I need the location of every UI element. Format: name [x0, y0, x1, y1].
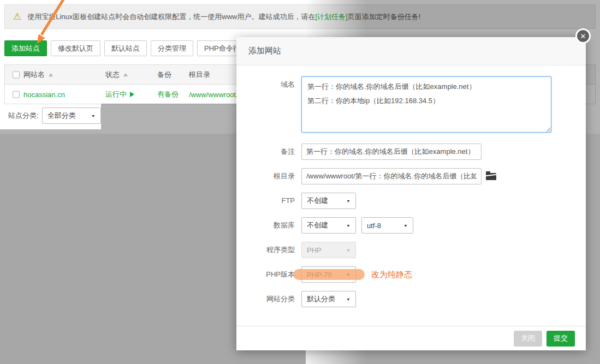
header-backup: 备份	[157, 70, 171, 80]
site-name-link[interactable]: hocassian.cn	[23, 90, 65, 98]
charset-select[interactable]: utf-8▼	[361, 217, 413, 234]
site-category-label: 网站分类	[236, 291, 295, 307]
chevron-down-icon: ▼	[346, 297, 351, 301]
edit-default-page-button[interactable]: 修改默认页	[51, 40, 100, 56]
page: ⚠ 使用宝塔Linux面板创建站点时会自动创建权限配置，统一使用www用户。建站…	[0, 0, 600, 364]
status-running[interactable]: 运行中	[105, 89, 134, 99]
php-version-select[interactable]: PHP-70▼	[301, 266, 356, 283]
header-status[interactable]: 状态	[105, 70, 128, 80]
root-dir-label: 根目录	[236, 168, 295, 184]
category-manage-button[interactable]: 分类管理	[151, 40, 193, 56]
root-dir-input[interactable]	[301, 168, 482, 184]
modal-title: 添加网站	[236, 37, 586, 65]
row-checkbox[interactable]	[13, 91, 20, 98]
warning-icon: ⚠	[13, 12, 21, 21]
sort-asc-icon[interactable]	[123, 73, 128, 76]
chevron-down-icon: ▼	[403, 223, 408, 228]
scheduled-task-link[interactable]: [计划任务]	[316, 12, 348, 22]
warning-text: 使用宝塔Linux面板创建站点时会自动创建权限配置，统一使用www用户。建站成功…	[27, 12, 315, 22]
domain-textarea[interactable]: 第一行：你的域名.你的域名后缀（比如example.net） 第二行：你的本地i…	[301, 76, 551, 133]
header-site-name[interactable]: 网站名	[23, 70, 53, 80]
close-button[interactable]: 关闭	[514, 331, 542, 347]
category-filter: 站点分类: 全部分类▼	[4, 108, 101, 124]
ftp-label: FTP	[236, 193, 295, 209]
play-icon	[130, 92, 134, 97]
ftp-select[interactable]: 不创建▼	[301, 193, 356, 209]
chevron-down-icon: ▼	[346, 272, 351, 277]
chevron-down-icon: ▼	[346, 199, 351, 203]
submit-button[interactable]: 提交	[546, 331, 575, 347]
php-version-annotation: 改为纯静态	[371, 270, 412, 280]
modal-footer: 关闭 提交	[236, 326, 586, 350]
program-type-label: 程序类型	[236, 242, 295, 258]
database-select[interactable]: 不创建▼	[301, 217, 356, 234]
toolbar: 添加站点 修改默认页 默认站点 分类管理 PHP命令行版本	[4, 40, 262, 56]
warning-banner: ⚠ 使用宝塔Linux面板创建站点时会自动创建权限配置，统一使用www用户。建站…	[4, 4, 596, 29]
add-site-button[interactable]: 添加站点	[4, 40, 47, 56]
sort-asc-icon[interactable]	[49, 73, 53, 76]
add-website-modal: ✕ 添加网站 域名 第一行：你的域名.你的域名后缀（比如example.net）…	[236, 37, 586, 350]
header-root-dir: 根目录	[189, 70, 210, 80]
warning-text-tail: 页面添加定时备份任务!	[348, 12, 421, 22]
category-filter-label: 站点分类:	[8, 111, 39, 121]
modal-body: 域名 第一行：你的域名.你的域名后缀（比如example.net） 第二行：你的…	[236, 65, 586, 307]
chevron-down-icon: ▼	[346, 223, 351, 228]
database-label: 数据库	[236, 217, 295, 234]
php-version-label: PHP版本	[236, 266, 295, 283]
note-label: 备注	[236, 144, 295, 160]
category-filter-select[interactable]: 全部分类▼	[42, 108, 101, 124]
domain-label: 域名	[236, 76, 295, 93]
default-site-button[interactable]: 默认站点	[104, 40, 147, 56]
chevron-down-icon: ▼	[91, 114, 96, 118]
backup-status[interactable]: 有备份	[157, 89, 179, 99]
site-category-select[interactable]: 默认分类▼	[301, 291, 356, 307]
folder-icon[interactable]	[486, 173, 496, 180]
select-all-checkbox[interactable]	[13, 71, 20, 78]
program-type-select: PHP▼	[301, 242, 356, 258]
note-input[interactable]	[301, 144, 482, 160]
chevron-down-icon: ▼	[346, 248, 351, 252]
close-icon[interactable]: ✕	[575, 28, 591, 44]
